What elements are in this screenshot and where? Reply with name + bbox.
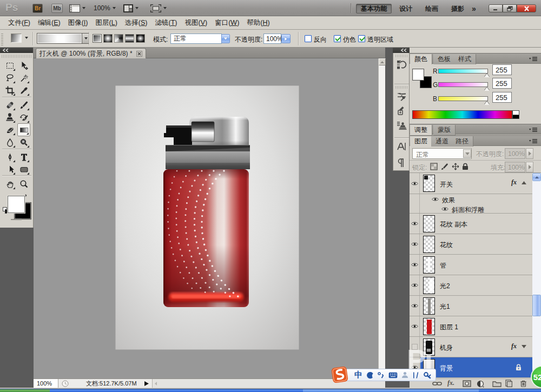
transparency-checkbox[interactable] [358, 35, 365, 42]
layers-scroll-thumb[interactable] [532, 295, 541, 316]
dock-strip-grip-2[interactable] [395, 86, 407, 89]
screen-mode-icon[interactable] [150, 4, 161, 12]
layer-fx-badge[interactable]: fx [511, 178, 517, 187]
ime-keyboard-icon[interactable] [388, 372, 398, 378]
channel-b-slider-handle[interactable] [484, 101, 490, 105]
blur-tool[interactable] [3, 136, 16, 149]
reverse-checkbox[interactable] [305, 35, 312, 42]
linear-gradient-button[interactable] [93, 34, 102, 43]
diamond-gradient-button[interactable] [136, 34, 145, 43]
mode-select[interactable]: 正常 [170, 34, 222, 44]
layer-row-light1[interactable]: 光1 [410, 296, 532, 316]
visibility-cell[interactable] [410, 275, 420, 295]
layer-row-effects[interactable]: 效果 [410, 194, 532, 204]
menu-layer[interactable]: 图层(L) [93, 17, 121, 29]
layers-opacity-slider-button[interactable] [526, 148, 533, 159]
windows-taskbar[interactable] [0, 389, 541, 392]
visibility-cell[interactable] [410, 255, 420, 275]
status-zoom-field[interactable]: 100% [34, 379, 58, 388]
tab-styles[interactable]: 样式 [454, 54, 476, 64]
start-button-sliver[interactable] [0, 389, 50, 392]
ime-chinese-mode[interactable]: 中 [354, 370, 362, 380]
minimize-button[interactable] [489, 4, 503, 12]
character-panel-button[interactable] [395, 141, 408, 152]
layer-thumbnail[interactable] [423, 215, 435, 232]
view-extras-dropdown-arrow[interactable] [82, 7, 85, 9]
channel-g-slider-handle[interactable] [484, 87, 490, 91]
eyedropper-tool[interactable] [17, 84, 30, 97]
workspace-photography-button[interactable]: 摄影 [447, 4, 469, 14]
layers-scroll-up-button[interactable] [532, 173, 541, 181]
dock-strip-grip[interactable] [395, 55, 407, 57]
menu-window[interactable]: 窗口(W) [212, 17, 242, 29]
lock-position-icon[interactable] [452, 163, 459, 170]
visibility-cell[interactable] [410, 316, 420, 336]
workspace-essentials-button[interactable]: 基本功能 [356, 4, 392, 14]
type-tool[interactable] [17, 150, 30, 163]
status-flyout-arrow-icon[interactable] [144, 381, 149, 386]
visibility-cell[interactable] [410, 214, 420, 234]
lock-transparency-icon[interactable] [430, 163, 438, 170]
channel-b-value-field[interactable]: 255 [492, 92, 512, 103]
menu-filter[interactable]: 滤镜(T) [151, 17, 180, 29]
clone-source-panel-button[interactable] [395, 105, 408, 117]
layer-name[interactable]: 开关 [440, 180, 453, 189]
magic-wand-tool[interactable] [17, 71, 30, 84]
layers-panel-menu-icon[interactable] [529, 139, 538, 144]
lock-all-icon[interactable] [462, 163, 469, 170]
expand-effects-icon[interactable] [522, 345, 526, 348]
arrange-documents-icon[interactable] [123, 4, 133, 12]
document-canvas[interactable] [115, 85, 299, 350]
blend-mode-select[interactable]: 正常 [412, 148, 472, 159]
layer-name[interactable]: 花纹 [440, 241, 453, 250]
zoom-tool[interactable] [17, 177, 30, 190]
quick-mask-button[interactable] [11, 219, 22, 220]
sogou-logo-icon[interactable] [331, 366, 348, 383]
layers-fill-field[interactable]: 100% [505, 162, 525, 172]
channel-r-value-field[interactable]: 255 [492, 64, 512, 75]
hand-tool[interactable] [3, 177, 16, 190]
layer-thumbnail[interactable] [423, 236, 435, 253]
restore-button[interactable] [503, 4, 517, 12]
brush-tool[interactable] [17, 98, 30, 111]
menu-view[interactable]: 视图(V) [181, 17, 210, 29]
ime-punctuation-icon[interactable] [378, 372, 385, 378]
ime-user-icon[interactable] [401, 371, 408, 378]
zoom-level[interactable]: 100% [94, 4, 110, 12]
toolbox-grip[interactable] [2, 55, 32, 58]
color-ramp[interactable] [412, 110, 512, 119]
link-layers-icon[interactable] [432, 381, 442, 387]
layer-style-icon[interactable]: fx. [447, 379, 454, 387]
gradient-preview[interactable] [37, 33, 82, 44]
layer-thumbnail[interactable] [423, 256, 435, 274]
mini-bridge-button[interactable]: Mb [51, 4, 63, 13]
adjustments-panel-menu-icon[interactable] [529, 128, 538, 132]
layer-name[interactable]: 管 [440, 261, 446, 270]
channel-r-slider-handle[interactable] [484, 74, 490, 77]
lock-image-icon[interactable] [441, 163, 448, 170]
layer-name[interactable]: 背景 [440, 364, 453, 373]
layer-name[interactable]: 图层 1 [440, 323, 458, 332]
screen-mode-dropdown-arrow[interactable] [163, 7, 167, 9]
mode-select-arrow[interactable] [221, 34, 230, 43]
layer-thumbnail[interactable] [423, 297, 435, 315]
workspace-more-chevron[interactable]: » [472, 4, 476, 13]
shape-tool[interactable] [17, 163, 30, 176]
channel-b-slider[interactable] [438, 96, 488, 101]
tab-masks[interactable]: 蒙版 [433, 125, 456, 135]
taskbar-button-sliver[interactable] [303, 389, 479, 392]
layer-name[interactable]: 光1 [440, 302, 450, 311]
canvas-area[interactable] [34, 58, 378, 378]
new-group-icon[interactable] [492, 380, 502, 387]
rect-marquee-tool[interactable] [3, 59, 16, 72]
tool-preset-dropdown-arrow[interactable] [25, 37, 28, 39]
new-layer-icon[interactable] [505, 380, 512, 387]
menu-image[interactable]: 图像(I) [65, 17, 91, 29]
canvas-vertical-scrollbar[interactable] [378, 58, 385, 378]
layer-row-bevel-emboss[interactable]: 斜面和浮雕 [410, 204, 532, 214]
menu-select[interactable]: 选择(S) [122, 17, 151, 29]
layer-thumbnail[interactable] [423, 318, 435, 335]
angle-gradient-button[interactable] [114, 34, 123, 43]
ime-moon-icon[interactable] [366, 371, 374, 379]
toolbox-header[interactable] [0, 48, 33, 53]
